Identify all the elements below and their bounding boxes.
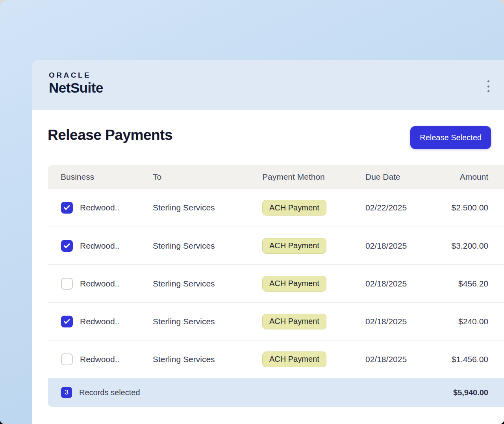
column-header-to: To: [153, 172, 262, 182]
table-row: Redwood.. Sterling Services ACH Payment …: [48, 189, 504, 227]
to-cell: Sterling Services: [153, 355, 262, 364]
total-amount: $5,940.00: [453, 388, 504, 397]
column-header-method: Payment Methon: [262, 172, 365, 182]
business-cell: Redwood..: [80, 203, 119, 212]
card-header: ORACLE NetSuite: [32, 60, 504, 110]
selected-count-badge: 3: [61, 387, 72, 398]
check-icon: [63, 317, 70, 324]
row-checkbox[interactable]: [61, 353, 73, 365]
due-date-cell: 02/22/2025: [365, 203, 434, 212]
business-cell: Redwood..: [80, 355, 119, 364]
amount-cell: $2.500.00: [434, 203, 504, 212]
page-title: Release Payments: [48, 127, 172, 143]
amount-cell: $240.00: [434, 317, 504, 326]
due-date-cell: 02/18/2025: [365, 355, 434, 364]
payment-method-badge: ACH Payment: [262, 276, 326, 292]
payment-method-badge: ACH Payment: [262, 314, 326, 329]
table-row: Redwood.. Sterling Services ACH Payment …: [48, 302, 504, 340]
table-header-row: Business To Payment Methon Due Date Amou…: [48, 165, 504, 189]
business-cell: Redwood..: [80, 279, 119, 288]
to-cell: Sterling Services: [153, 241, 262, 251]
payment-method-badge: ACH Payment: [262, 238, 326, 254]
row-checkbox[interactable]: [61, 240, 73, 252]
row-checkbox[interactable]: [61, 316, 73, 327]
row-checkbox[interactable]: [61, 278, 73, 290]
due-date-cell: 02/18/2025: [365, 241, 434, 251]
to-cell: Sterling Services: [153, 203, 262, 212]
kebab-dot: [487, 80, 489, 82]
check-icon: [63, 204, 70, 210]
netsuite-wordmark: NetSuite: [49, 80, 103, 96]
kebab-dot: [487, 90, 489, 92]
business-cell: Redwood..: [80, 241, 119, 251]
table-footer-row: 3 Records selected $5,940.00: [48, 378, 504, 407]
to-cell: Sterling Services: [153, 279, 262, 288]
kebab-dot: [487, 86, 489, 87]
column-header-due-date: Due Date: [365, 172, 434, 182]
screen: ORACLE NetSuite Release Payments Release…: [0, 0, 504, 424]
table-row: Redwood.. Sterling Services ACH Payment …: [48, 264, 504, 302]
table-row: Redwood.. Sterling Services ACH Payment …: [48, 340, 504, 378]
kebab-menu-icon[interactable]: [484, 80, 492, 93]
amount-cell: $3.200.00: [434, 241, 504, 251]
amount-cell: $1.456.00: [434, 355, 504, 364]
oracle-wordmark: ORACLE: [49, 71, 103, 80]
payments-table: Business To Payment Methon Due Date Amou…: [48, 165, 504, 407]
payment-method-badge: ACH Payment: [262, 200, 326, 216]
table-row: Redwood.. Sterling Services ACH Payment …: [48, 227, 504, 264]
row-checkbox[interactable]: [61, 202, 73, 214]
release-payments-card: ORACLE NetSuite Release Payments Release…: [32, 60, 504, 424]
check-icon: [63, 242, 70, 248]
netsuite-logo: ORACLE NetSuite: [49, 71, 103, 96]
amount-cell: $456.20: [434, 279, 504, 288]
column-header-business: Business: [48, 172, 153, 182]
due-date-cell: 02/18/2025: [365, 279, 434, 288]
release-selected-button[interactable]: Release Selected: [410, 126, 491, 149]
due-date-cell: 02/18/2025: [365, 317, 434, 326]
to-cell: Sterling Services: [153, 317, 262, 326]
business-cell: Redwood..: [80, 317, 119, 326]
column-header-amount: Amount: [434, 172, 504, 182]
records-selected-label: Records selected: [79, 388, 140, 397]
payment-method-badge: ACH Payment: [262, 351, 326, 367]
